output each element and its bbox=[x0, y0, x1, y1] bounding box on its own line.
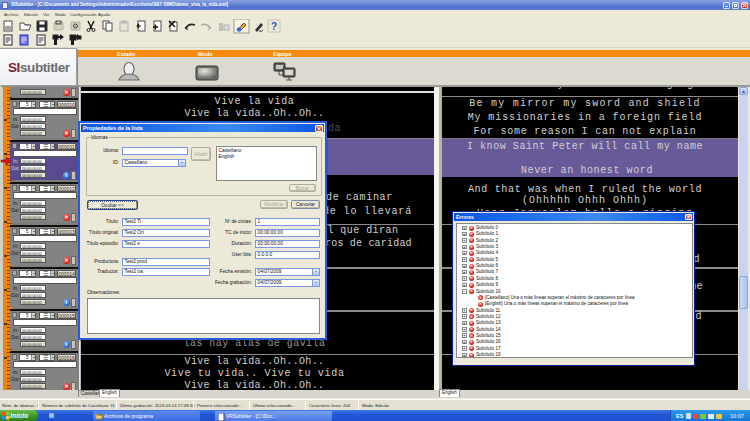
svg-text:?: ? bbox=[271, 21, 277, 32]
